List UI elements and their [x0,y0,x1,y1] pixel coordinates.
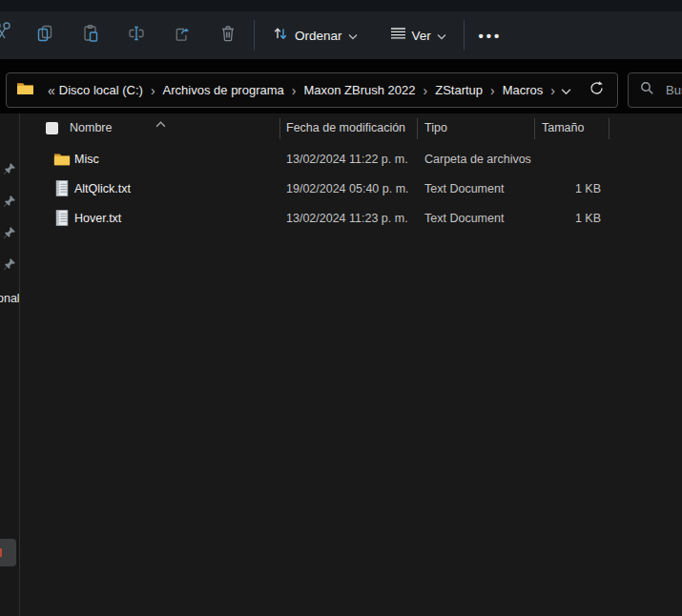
file-name: Misc [74,153,99,166]
toolbar-separator [254,20,255,51]
copy-button[interactable] [29,19,61,51]
file-row-misc[interactable]: Misc 13/02/2024 11:22 p. m. Carpeta de a… [20,145,682,175]
see-more-button[interactable]: ••• [474,19,506,51]
select-all-checkbox[interactable] [46,122,58,134]
column-resize-handle[interactable] [279,118,280,139]
breadcrumb-overflow-button[interactable]: « [40,83,57,98]
file-type: Text Document [424,182,504,195]
view-label: Ver [412,29,431,43]
navigation-pane-clipped: onal [0,113,19,616]
text-file-icon [55,180,69,200]
breadcrumb-chevron[interactable]: › [545,83,561,98]
chevron-down-icon [348,27,358,44]
file-size: 1 KB [534,182,601,195]
text-file-icon [55,210,69,230]
share-icon [173,24,192,47]
toolbar-separator [464,20,465,51]
column-header-modified[interactable]: Fecha de modificación [286,121,405,134]
share-button[interactable] [166,19,198,51]
file-name: Hover.txt [74,212,121,225]
file-modified: 19/02/2024 05:40 p. m. [286,182,409,195]
file-size: 1 KB [534,212,601,225]
breadcrumb-disco-local[interactable]: Disco local (C:) [57,81,145,99]
column-resize-handle[interactable] [609,118,610,139]
pushpin-icon [3,257,16,271]
search-input[interactable] [666,83,682,97]
file-modified: 13/02/2024 11:23 p. m. [286,212,408,225]
file-row-hover[interactable]: Hover.txt 13/02/2024 11:23 p. m. Text Do… [20,204,682,234]
breadcrumb-chevron[interactable]: › [418,83,434,98]
pushpin-icon [3,226,16,239]
file-modified: 13/02/2024 11:22 p. m. [286,153,408,166]
address-row: « Disco local (C:) › Archivos de program… [0,59,682,113]
breadcrumb-chevron[interactable]: › [485,83,501,98]
sort-arrows-icon [272,25,289,46]
sort-button[interactable]: Ordenar [264,19,365,51]
column-header-type[interactable]: Tipo [424,121,447,134]
nav-item-selected-clipped[interactable] [0,539,16,566]
trash-icon [218,24,238,47]
breadcrumb-archivos-de-programa[interactable]: Archivos de programa [161,81,286,99]
paste-button[interactable] [74,19,107,51]
file-list: Misc 13/02/2024 11:22 p. m. Carpeta de a… [20,145,682,234]
column-header-size[interactable]: Tamaño [542,121,584,134]
file-explorer-window: Ordenar Ver ••• [0,0,682,616]
ellipsis-icon: ••• [472,28,507,44]
column-resize-handle[interactable] [417,118,418,139]
nav-item-icon-fragment [0,548,2,557]
file-name: AltQlick.txt [74,182,131,195]
chevron-down-icon [437,27,446,44]
file-row-altqlick[interactable]: AltQlick.txt 19/02/2024 05:40 p. m. Text… [20,175,682,204]
rename-icon [127,24,146,47]
file-type: Carpeta de archivos [424,153,531,166]
command-toolbar: Ordenar Ver ••• [0,0,682,59]
column-header-row: Nombre Fecha de modificación Tipo Tamaño [20,115,682,142]
file-type: Text Document [424,212,504,225]
toolbar-top-edge [0,0,682,11]
rename-button[interactable] [120,19,153,51]
delete-button[interactable] [212,19,244,51]
search-icon [640,81,654,99]
search-box[interactable] [628,72,682,108]
nav-item-label-clipped[interactable]: onal [0,292,20,305]
paste-icon [81,24,100,47]
breadcrumb-chevron[interactable]: › [286,83,302,98]
refresh-button[interactable] [589,80,605,100]
column-resize-handle[interactable] [534,118,535,139]
pushpin-icon [3,195,16,208]
view-list-icon [390,27,406,44]
breadcrumb-maxon-zbrush-2022[interactable]: Maxon ZBrush 2022 [301,81,417,99]
view-button[interactable]: Ver [382,19,454,51]
sort-label: Ordenar [295,29,342,43]
breadcrumb-zstartup[interactable]: ZStartup [433,81,485,99]
copy-icon [35,24,54,47]
sort-ascending-icon [155,114,166,132]
address-bar[interactable]: « Disco local (C:) › Archivos de program… [6,72,618,108]
address-dropdown-button[interactable] [561,82,571,99]
breadcrumb-macros[interactable]: Macros [501,81,546,99]
main-content: onal Nombre Fecha de modificación Tipo T… [0,113,682,616]
folder-icon [53,152,71,170]
column-header-name[interactable]: Nombre [70,121,112,134]
pushpin-icon [3,162,16,175]
folder-icon [16,81,34,99]
breadcrumb-chevron[interactable]: › [145,83,161,98]
